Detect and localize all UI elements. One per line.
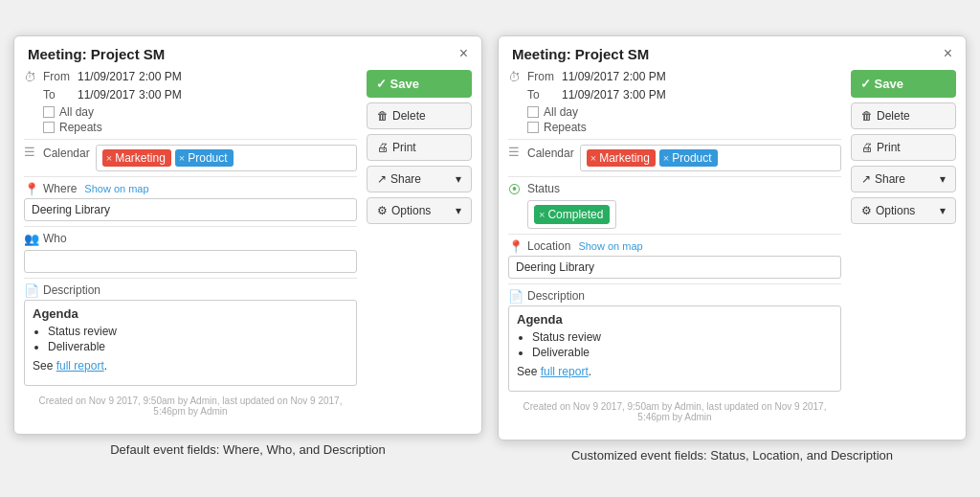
right-allday-row: All day xyxy=(527,105,841,119)
desc-icon: 📄 xyxy=(24,283,41,298)
right-delete-button[interactable]: 🗑 Delete xyxy=(851,102,956,129)
panels-row: Meeting: Project SM × ⏱ From 11/09/2017 … xyxy=(13,35,967,463)
right-share-chevron: ▾ xyxy=(940,172,946,186)
left-tag-marketing-close[interactable]: × xyxy=(106,152,112,164)
right-repeats-label: Repeats xyxy=(544,121,587,134)
left-who-section: 👥 Who xyxy=(24,232,357,273)
clock-icon: ⏱ xyxy=(24,70,41,84)
right-full-report-link[interactable]: full report xyxy=(541,365,589,378)
left-delete-button[interactable]: 🗑 Delete xyxy=(367,102,472,129)
left-tags-box[interactable]: × Marketing × Product xyxy=(96,145,357,171)
right-to-row: To 11/09/2017 3:00 PM xyxy=(508,88,841,102)
left-repeats-label: Repeats xyxy=(59,121,102,134)
right-tag-product[interactable]: × Product xyxy=(659,149,718,167)
right-desc-list: Status review Deliverable xyxy=(532,330,833,359)
left-allday-label: All day xyxy=(59,105,94,119)
left-allday-checkbox[interactable] xyxy=(43,106,55,118)
left-to-label: To xyxy=(43,88,74,102)
right-from-datetime: 11/09/2017 2:00 PM xyxy=(562,70,841,83)
list-icon: ☰ xyxy=(24,145,41,159)
right-print-icon: 🖨 xyxy=(861,141,873,154)
left-from-time: 2:00 PM xyxy=(139,70,182,83)
right-tag-marketing-close[interactable]: × xyxy=(590,152,596,164)
left-calendar-label: Calendar xyxy=(43,145,90,160)
left-repeats-checkbox[interactable] xyxy=(43,122,55,133)
right-desc-icon: 📄 xyxy=(508,289,525,304)
right-share-label: Share xyxy=(875,172,905,186)
left-who-input[interactable] xyxy=(24,250,357,273)
right-share-button[interactable]: ↗ Share ▾ xyxy=(851,166,956,192)
right-tag-marketing-label: Marketing xyxy=(599,151,650,165)
left-desc-item-1: Status review xyxy=(48,325,348,338)
left-share-button[interactable]: ↗ Share ▾ xyxy=(367,166,472,192)
left-allday-row: All day xyxy=(43,105,357,119)
left-delete-icon: 🗑 xyxy=(377,109,389,123)
left-who-row: 👥 Who xyxy=(24,232,357,246)
left-share-label: Share xyxy=(390,172,421,186)
right-print-button[interactable]: 🖨 Print xyxy=(851,134,956,161)
left-desc-label-row: 📄 Description xyxy=(24,283,357,298)
right-status-tags-box[interactable]: × Completed xyxy=(527,200,616,229)
left-options-button[interactable]: ⚙ Options ▾ xyxy=(367,197,472,224)
right-repeats-checkbox[interactable] xyxy=(527,122,539,133)
right-status-radio: ⦿ xyxy=(508,182,525,196)
left-share-chevron: ▾ xyxy=(456,172,461,186)
right-modal-header: Meeting: Project SM × xyxy=(499,36,966,70)
left-where-label: Where xyxy=(43,182,77,195)
right-to-label: To xyxy=(527,88,558,102)
right-allday-checkbox[interactable] xyxy=(527,106,539,118)
left-save-button[interactable]: ✓ Save xyxy=(367,70,472,98)
right-calendar-label: Calendar xyxy=(527,145,574,160)
right-status-row: ⦿ Status xyxy=(508,182,841,196)
right-options-label: Options xyxy=(876,204,915,217)
left-where-input[interactable]: Deering Library xyxy=(24,198,357,221)
left-show-on-map-link[interactable]: Show on map xyxy=(84,183,148,194)
right-desc-box: Agenda Status review Deliverable See ful… xyxy=(508,305,841,392)
left-actions: ✓ Save 🗑 Delete 🖨 Print ↗ Share xyxy=(367,70,472,424)
left-tag-marketing[interactable]: × Marketing xyxy=(102,149,171,167)
right-close-button[interactable]: × xyxy=(944,46,952,61)
right-desc-label-row: 📄 Description xyxy=(508,289,841,304)
right-caption: Customized event fields: Status, Locatio… xyxy=(571,448,893,463)
right-save-button[interactable]: ✓ Save xyxy=(851,70,956,98)
left-modal-header: Meeting: Project SM × xyxy=(14,36,481,70)
left-to-row: To 11/09/2017 3:00 PM xyxy=(24,88,357,102)
left-print-icon: 🖨 xyxy=(377,141,389,154)
right-location-section: 📍 Location Show on map Deering Library xyxy=(508,239,841,279)
right-options-button[interactable]: ⚙ Options ▾ xyxy=(851,197,956,224)
right-repeats-row: Repeats xyxy=(527,121,841,134)
left-modal: Meeting: Project SM × ⏱ From 11/09/2017 … xyxy=(13,35,482,435)
right-tags-box[interactable]: × Marketing × Product xyxy=(580,145,841,171)
right-print-label: Print xyxy=(877,141,901,154)
right-location-input[interactable]: Deering Library xyxy=(508,256,841,279)
location-icon: 📍 xyxy=(24,182,41,196)
left-desc-title: Agenda xyxy=(33,306,348,321)
left-print-button[interactable]: 🖨 Print xyxy=(367,134,472,161)
right-description-section: 📄 Description Agenda Status review Deliv… xyxy=(508,289,841,392)
right-allday-label: All day xyxy=(544,105,578,119)
right-tag-product-close[interactable]: × xyxy=(663,152,669,164)
left-full-report-link[interactable]: full report xyxy=(56,359,104,373)
left-tag-product-close[interactable]: × xyxy=(179,152,185,164)
left-share-icon: ↗ xyxy=(377,172,387,186)
right-status-tag-close[interactable]: × xyxy=(539,209,545,220)
left-footer: Created on Nov 9 2017, 9:50am by Admin, … xyxy=(24,390,357,424)
right-status-tag[interactable]: × Completed xyxy=(534,205,610,224)
left-close-button[interactable]: × xyxy=(459,46,468,61)
left-tag-product[interactable]: × Product xyxy=(175,149,234,167)
right-clock-icon: ⏱ xyxy=(508,70,525,84)
right-location-icon: 📍 xyxy=(508,239,525,254)
left-where-row: 📍 Where Show on map xyxy=(24,182,357,196)
right-calendar-section: ☰ Calendar × Marketing × Product xyxy=(508,145,841,171)
right-desc-see-text: See xyxy=(517,365,541,378)
right-modal: Meeting: Project SM × ⏱ From 11/09/2017 … xyxy=(498,35,967,441)
right-actions: ✓ Save 🗑 Delete 🖨 Print ↗ Share xyxy=(851,70,956,430)
left-modal-title: Meeting: Project SM xyxy=(28,46,165,62)
left-description-section: 📄 Description Agenda Status review Deliv… xyxy=(24,283,357,386)
right-tag-marketing[interactable]: × Marketing xyxy=(587,149,656,167)
left-tag-product-label: Product xyxy=(188,151,227,165)
right-panel-wrap: Meeting: Project SM × ⏱ From 11/09/2017 … xyxy=(498,35,967,463)
left-desc-label: Description xyxy=(43,283,100,297)
right-show-on-map-link[interactable]: Show on map xyxy=(578,240,642,252)
left-to-datetime: 11/09/2017 3:00 PM xyxy=(78,88,357,102)
